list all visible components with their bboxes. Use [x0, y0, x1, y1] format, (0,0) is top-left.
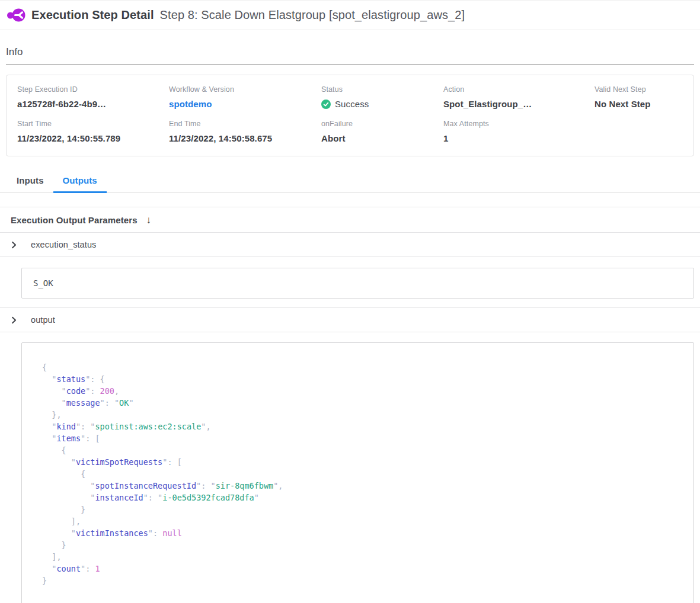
param-section-execution-status: execution_status S_OK — [0, 233, 700, 308]
success-check-icon — [321, 100, 331, 109]
workflow-link[interactable]: spotdemo — [169, 99, 321, 109]
output-params-title: Execution Output Parameters — [11, 215, 138, 225]
field-step-execution-id: Step Execution ID a125728f-6b22-4b9… — [17, 85, 169, 109]
field-value: 1 — [443, 133, 594, 143]
field-workflow-version: Workflow & Version spotdemo — [169, 85, 321, 109]
json-code: { "status": { "code": 200, "message": "O… — [42, 361, 682, 586]
page-title: Execution Step Detail — [31, 8, 154, 22]
param-row-execution-status[interactable]: execution_status — [0, 233, 700, 257]
field-label: onFailure — [321, 120, 443, 128]
status-text: Success — [335, 99, 369, 109]
field-label: Step Execution ID — [17, 85, 169, 94]
field-label: Action — [443, 85, 594, 94]
info-section-heading-row: Info — [6, 46, 694, 65]
field-empty — [594, 120, 693, 143]
execution-status-value-box: S_OK — [21, 268, 694, 299]
param-name: output — [31, 315, 55, 325]
header: Execution Step Detail Step 8: Scale Down… — [0, 1, 700, 30]
info-grid: Step Execution ID a125728f-6b22-4b9… Wor… — [17, 85, 693, 143]
info-card: Step Execution ID a125728f-6b22-4b9… Wor… — [6, 75, 694, 156]
param-name: execution_status — [31, 240, 96, 249]
spot-logo-icon — [7, 7, 25, 23]
field-label: End Time — [169, 120, 321, 128]
execution-status-value: S_OK — [33, 278, 53, 288]
field-label: Max Attempts — [443, 120, 594, 128]
field-label: Status — [321, 85, 443, 94]
param-row-output[interactable]: output — [0, 308, 700, 332]
page-subtitle: Step 8: Scale Down Elastgroup [spot_elas… — [160, 8, 465, 22]
field-value: 11/23/2022, 14:50:55.789 — [17, 133, 169, 143]
field-value: No Next Step — [594, 99, 693, 109]
chevron-right-icon — [10, 316, 18, 324]
field-valid-next-step: Valid Next Step No Next Step — [594, 85, 693, 109]
field-max-attempts: Max Attempts 1 — [443, 120, 594, 143]
chevron-right-icon — [10, 241, 18, 249]
tab-inputs[interactable]: Inputs — [7, 167, 53, 193]
field-value: 11/23/2022, 14:50:58.675 — [169, 133, 321, 143]
field-start-time: Start Time 11/23/2022, 14:50:55.789 — [17, 120, 169, 143]
field-end-time: End Time 11/23/2022, 14:50:58.675 — [169, 120, 321, 143]
field-status: Status Success — [321, 85, 443, 109]
status-badge: Success — [321, 99, 443, 109]
param-section-output: output { "status": { "code": 200, "messa… — [0, 308, 700, 603]
field-value: Spot_Elastigroup_… — [443, 99, 594, 109]
tabs-bar: Inputs Outputs — [0, 167, 700, 193]
field-label: Start Time — [17, 120, 169, 128]
execution-output-parameters-header: Execution Output Parameters ↓ — [0, 207, 700, 233]
field-action: Action Spot_Elastigroup_… — [443, 85, 594, 109]
field-value: Abort — [321, 133, 443, 143]
tab-outputs[interactable]: Outputs — [53, 167, 107, 193]
field-label: Workflow & Version — [169, 85, 321, 94]
field-on-failure: onFailure Abort — [321, 120, 443, 143]
field-value: a125728f-6b22-4b9… — [17, 99, 169, 109]
download-arrow-icon[interactable]: ↓ — [146, 215, 152, 225]
info-heading: Info — [6, 46, 694, 58]
output-json-box: { "status": { "code": 200, "message": "O… — [21, 342, 694, 603]
field-label: Valid Next Step — [594, 85, 693, 94]
